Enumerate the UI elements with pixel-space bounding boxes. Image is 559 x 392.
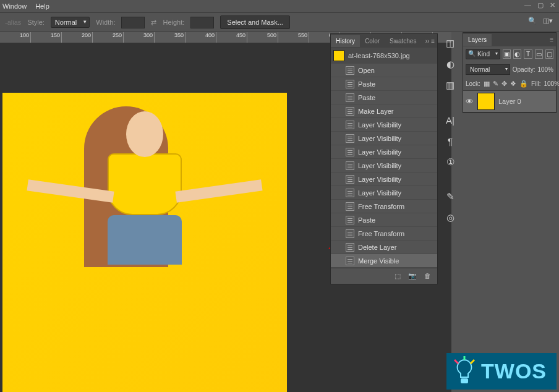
panel-tabs: Layers ≡: [463, 33, 556, 46]
history-item-layer-visibility[interactable]: Layer Visibility: [331, 132, 437, 145]
history-item-delete-layer[interactable]: Delete Layer: [331, 241, 437, 254]
history-step-label: Free Transform: [358, 230, 404, 237]
brush-settings-icon[interactable]: ✎: [444, 190, 456, 203]
history-step-label: Open: [358, 67, 375, 74]
workspace-icon[interactable]: ◫▾: [543, 17, 553, 25]
maximize-icon[interactable]: ▢: [537, 1, 544, 9]
panel-menu-icon[interactable]: ≡: [550, 36, 553, 43]
history-step-label: Layer Visibility: [358, 189, 401, 197]
history-item-layer-visibility[interactable]: Layer Visibility: [331, 145, 437, 159]
swap-icon[interactable]: ⇄: [151, 19, 156, 27]
history-step-icon: [346, 216, 354, 224]
history-step-label: Paste: [358, 216, 375, 224]
layer-visibility-icon[interactable]: 👁: [466, 97, 474, 106]
history-item-paste[interactable]: Paste: [331, 77, 437, 91]
ruler-tick: 150: [31, 32, 62, 43]
delete-state-icon[interactable]: 🗑: [424, 272, 431, 280]
lock-position-icon[interactable]: ✥: [501, 80, 507, 88]
menu-help[interactable]: Help: [35, 2, 49, 10]
toolbar-right: 🔍 ◫▾: [528, 17, 553, 25]
color-icon[interactable]: ◐: [444, 58, 456, 70]
layer-filter-row: Kind ▣ ◐ T ▭ ▢: [463, 46, 556, 62]
lock-transparent-icon[interactable]: ▦: [484, 80, 490, 88]
filter-pixel-icon[interactable]: ▣: [503, 49, 511, 59]
history-item-make-layer[interactable]: Make Layer: [331, 104, 437, 118]
menu-window[interactable]: Window: [2, 2, 27, 10]
style-dropdown[interactable]: Normal: [51, 17, 90, 28]
svg-line-2: [454, 360, 458, 364]
blend-mode-dropdown[interactable]: Normal: [466, 64, 510, 75]
menubar: Window Help: [0, 0, 559, 12]
paragraph-icon[interactable]: ¶: [444, 135, 456, 147]
layer-name: Layer 0: [498, 98, 521, 105]
filter-kind-dropdown[interactable]: Kind: [466, 49, 500, 59]
opacity-value[interactable]: 100%: [537, 66, 553, 73]
fill-value[interactable]: 100%: [544, 80, 559, 87]
history-step-icon: [346, 229, 354, 238]
history-list: Open Paste Paste Make Layer Layer Visibi…: [331, 64, 437, 268]
ruler-tick: 100: [0, 32, 31, 43]
history-step-label: Layer Visibility: [358, 148, 401, 156]
new-snapshot-icon[interactable]: 📷: [408, 272, 417, 280]
layer-lock-row: Lock: ▦ ✎ ✥ ❖ 🔒 Fill: 100%: [463, 77, 556, 90]
ruler-tick: 450: [216, 32, 247, 43]
history-panel: History Color Swatches ›› ≡ at-least-768…: [330, 33, 438, 284]
history-step-label: Make Layer: [358, 108, 393, 115]
history-item-layer-visibility[interactable]: Layer Visibility: [331, 118, 437, 132]
filter-smart-icon[interactable]: ▢: [545, 49, 553, 59]
history-item-layer-visibility[interactable]: Layer Visibility: [331, 173, 437, 186]
minimize-icon[interactable]: —: [524, 1, 531, 9]
history-step-label: Layer Visibility: [358, 162, 401, 169]
tab-history[interactable]: History: [331, 35, 360, 47]
history-item-free-transform[interactable]: Free Transform: [331, 227, 437, 241]
search-icon[interactable]: 🔍: [528, 17, 537, 25]
width-field[interactable]: [121, 17, 145, 28]
filter-type-icon[interactable]: T: [524, 49, 532, 59]
history-item-layer-visibility[interactable]: Layer Visibility: [331, 159, 437, 173]
history-step-icon: [346, 66, 354, 75]
close-icon[interactable]: ✕: [550, 1, 555, 9]
lock-image-icon[interactable]: ✎: [493, 80, 498, 88]
history-step-icon: [346, 243, 354, 252]
history-item-free-transform[interactable]: Free Transform: [331, 200, 437, 213]
ruler-tick: 350: [155, 32, 186, 43]
options-bar: -alias Style: Normal Width: ⇄ Height: Se…: [0, 12, 559, 32]
history-item-open[interactable]: Open: [331, 64, 437, 77]
panel-menu-icon[interactable]: ›› ≡: [425, 38, 435, 45]
tab-swatches[interactable]: Swatches: [385, 35, 421, 47]
history-footer: ⬚ 📷 🗑: [331, 268, 437, 284]
history-item-layer-visibility[interactable]: Layer Visibility: [331, 186, 437, 200]
history-item-merge-visible[interactable]: Merge Visible: [331, 254, 437, 268]
height-field[interactable]: [190, 17, 214, 28]
lightbulb-icon: [451, 356, 477, 386]
history-step-icon: [346, 257, 354, 265]
new-document-from-state-icon[interactable]: ⬚: [395, 272, 401, 280]
lock-all-icon[interactable]: 🔒: [519, 80, 528, 88]
clone-source-icon[interactable]: ◎: [444, 211, 456, 224]
history-item-paste[interactable]: Paste: [331, 213, 437, 227]
pin-icon[interactable]: ◫: [444, 37, 456, 49]
tab-layers[interactable]: Layers: [463, 34, 492, 46]
layer-blend-row: Normal Opacity: 100%: [463, 62, 556, 77]
select-and-mask-button[interactable]: Select and Mask...: [220, 15, 290, 29]
history-step-label: Paste: [358, 80, 375, 88]
history-step-label: Layer Visibility: [358, 135, 401, 142]
history-step-label: Delete Layer: [358, 244, 396, 251]
document-filename: at-least-768x530.jpg: [348, 52, 410, 59]
document-image[interactable]: [2, 93, 287, 392]
tab-color[interactable]: Color: [360, 35, 385, 47]
history-step-icon: [346, 161, 354, 170]
lock-artboard-icon[interactable]: ❖: [510, 80, 516, 88]
layer-row[interactable]: 👁 Layer 0: [463, 90, 556, 113]
filter-shape-icon[interactable]: ▭: [535, 49, 543, 59]
glyphs-icon[interactable]: ①: [444, 156, 456, 168]
history-document-row[interactable]: at-least-768x530.jpg: [331, 48, 437, 64]
character-icon[interactable]: A|: [444, 114, 456, 126]
layers-panel: Layers ≡ Kind ▣ ◐ T ▭ ▢ Normal Opacity: …: [463, 32, 557, 113]
history-item-paste[interactable]: Paste: [331, 91, 437, 104]
libraries-icon[interactable]: ▥: [444, 79, 456, 92]
ruler-tick: 400: [186, 32, 216, 43]
fill-label: Fill:: [531, 80, 541, 87]
filter-adjustment-icon[interactable]: ◐: [513, 49, 521, 59]
history-step-icon: [346, 175, 354, 184]
